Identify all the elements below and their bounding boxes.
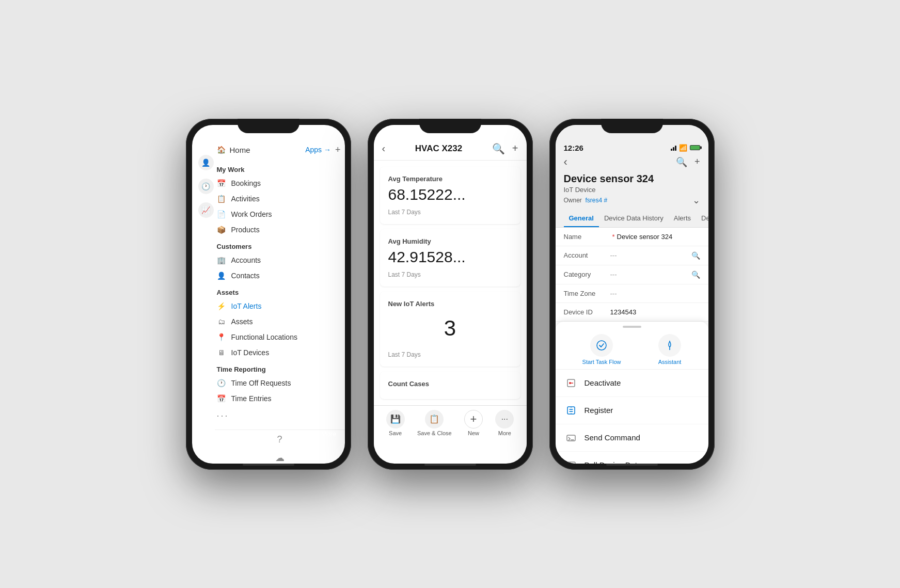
svg-point-1 bbox=[669, 349, 670, 350]
device-id-value[interactable]: 1234543 bbox=[610, 308, 700, 316]
assistant-button[interactable]: Assistant bbox=[658, 334, 682, 365]
nav-activities[interactable]: 📋 Activities bbox=[217, 191, 341, 206]
nav-work-orders[interactable]: 📄 Work Orders bbox=[217, 206, 341, 222]
more-button[interactable]: ··· More bbox=[495, 410, 514, 436]
assets-header: Assets bbox=[217, 283, 341, 298]
owner-link[interactable]: fsres4 # bbox=[586, 197, 608, 204]
bookings-label: Bookings bbox=[231, 179, 261, 187]
send-command-action[interactable]: Send Command bbox=[556, 424, 708, 452]
nav-time-off[interactable]: 🕐 Time Off Requests bbox=[217, 375, 341, 391]
nav-iot-devices[interactable]: 🖥 IoT Devices bbox=[217, 345, 341, 360]
phone-3: 12:26 📶 ‹ 🔍 + bbox=[549, 119, 715, 470]
accounts-icon: 🏢 bbox=[217, 256, 226, 264]
nav-bookings[interactable]: 📅 Bookings bbox=[217, 176, 341, 191]
task-flow-icon bbox=[590, 334, 613, 357]
field-category: Category --- 🔍 bbox=[556, 265, 708, 284]
chevron-down-icon[interactable]: ⌄ bbox=[692, 195, 700, 206]
save-close-label: Save & Close bbox=[417, 430, 452, 436]
nav-functional-locations[interactable]: 📍 Functional Locations bbox=[217, 329, 341, 345]
field-account: Account --- 🔍 bbox=[556, 246, 708, 265]
account-value[interactable]: --- bbox=[610, 251, 691, 259]
add-icon[interactable]: + bbox=[512, 142, 518, 155]
nav-products[interactable]: 📦 Products bbox=[217, 222, 341, 237]
help-icon[interactable]: ? bbox=[277, 434, 282, 445]
nav-contacts[interactable]: 👤 Contacts bbox=[217, 268, 341, 283]
device-tabs: General Device Data History Alerts Devic… bbox=[556, 210, 708, 228]
home-bar-2 bbox=[424, 464, 476, 466]
device-search-icon[interactable]: 🔍 bbox=[676, 156, 687, 168]
avatar-icon[interactable]: 👤 bbox=[198, 155, 214, 170]
save-button[interactable]: 💾 Save bbox=[386, 410, 405, 436]
phone-2: ‹ HVAC X232 🔍 + Avg Temperature 68.15222… bbox=[368, 119, 533, 470]
tab-alerts[interactable]: Alerts bbox=[669, 210, 696, 227]
cloud-icon[interactable]: ☁ bbox=[275, 452, 285, 464]
wifi-icon: 📶 bbox=[679, 144, 687, 152]
deactivate-action[interactable]: Deactivate bbox=[556, 370, 708, 397]
contacts-icon: 👤 bbox=[217, 272, 226, 280]
accounts-label: Accounts bbox=[231, 256, 261, 264]
account-search-icon[interactable]: 🔍 bbox=[691, 251, 700, 260]
timezone-value[interactable]: --- bbox=[610, 290, 700, 297]
quick-actions: Start Task Flow Assistant bbox=[556, 328, 708, 370]
register-action[interactable]: Register bbox=[556, 397, 708, 424]
bottom-action-bar: 💾 Save 📋 Save & Close + New ··· More bbox=[374, 405, 527, 447]
cards-area: Avg Temperature 68.15222... Last 7 Days … bbox=[374, 161, 527, 405]
add-button[interactable]: + bbox=[335, 145, 341, 155]
notch-1 bbox=[238, 119, 299, 133]
new-button[interactable]: + New bbox=[464, 410, 483, 436]
save-close-button[interactable]: 📋 Save & Close bbox=[417, 410, 452, 436]
pull-device-data-action[interactable]: Pull Device Data bbox=[556, 452, 708, 464]
deactivate-label: Deactivate bbox=[585, 378, 621, 387]
tab-device-r[interactable]: Device R bbox=[696, 210, 708, 227]
work-orders-icon: 📄 bbox=[217, 210, 226, 218]
nav-assets[interactable]: 🗂 Assets bbox=[217, 314, 341, 329]
status-icons: 📶 bbox=[671, 144, 700, 152]
contacts-label: Contacts bbox=[231, 272, 260, 280]
field-timezone: Time Zone --- bbox=[556, 284, 708, 303]
apps-link[interactable]: Apps → bbox=[305, 146, 331, 154]
products-icon: 📦 bbox=[217, 226, 226, 234]
avg-temp-title: Avg Temperature bbox=[388, 175, 512, 183]
category-value[interactable]: --- bbox=[610, 271, 691, 278]
name-label: Name bbox=[564, 233, 610, 241]
nav-iot-alerts[interactable]: ⚡ IoT Alerts bbox=[217, 298, 341, 314]
time-off-label: Time Off Requests bbox=[231, 379, 291, 387]
device-action-icons: 🔍 + bbox=[676, 156, 700, 168]
back-button[interactable]: ‹ bbox=[564, 155, 567, 169]
notch-3 bbox=[601, 119, 663, 133]
account-label: Account bbox=[564, 251, 610, 259]
back-icon[interactable]: ‹ bbox=[382, 142, 386, 154]
nav-accounts[interactable]: 🏢 Accounts bbox=[217, 252, 341, 268]
field-name: Name * Device sensor 324 bbox=[556, 228, 708, 246]
name-value[interactable]: Device sensor 324 bbox=[617, 233, 700, 241]
device-name: Device sensor 324 bbox=[564, 173, 700, 185]
more-label: More bbox=[321, 430, 337, 438]
functional-locations-icon: 📍 bbox=[217, 333, 226, 341]
save-icon: 💾 bbox=[386, 410, 405, 428]
nav-menu: 🏠 Home Apps → + My Work 📅 Bookings 📋 bbox=[215, 125, 345, 430]
deactivate-icon bbox=[564, 376, 578, 390]
more-ellipsis: ··· bbox=[217, 406, 341, 425]
search-icon[interactable]: 🔍 bbox=[492, 142, 505, 155]
signal-icon bbox=[671, 145, 676, 151]
new-iot-alerts-card: New IoT Alerts 3 Last 7 Days bbox=[380, 292, 520, 367]
avg-temperature-card: Avg Temperature 68.15222... Last 7 Days bbox=[380, 167, 520, 224]
timezone-label: Time Zone bbox=[564, 290, 610, 297]
chart-icon[interactable]: 📈 bbox=[198, 202, 214, 218]
tab-general[interactable]: General bbox=[564, 210, 599, 227]
more-label: More bbox=[498, 430, 511, 436]
category-label: Category bbox=[564, 271, 610, 278]
nav-time-entries[interactable]: 📅 Time Entries bbox=[217, 391, 341, 406]
tab-device-data-history[interactable]: Device Data History bbox=[599, 210, 669, 227]
functional-locations-label: Functional Locations bbox=[231, 333, 297, 341]
time-entries-label: Time Entries bbox=[231, 394, 272, 403]
home-row[interactable]: 🏠 Home Apps → + bbox=[217, 141, 341, 158]
bookings-icon: 📅 bbox=[217, 179, 226, 187]
time-entries-icon: 📅 bbox=[217, 394, 226, 403]
start-task-flow-button[interactable]: Start Task Flow bbox=[582, 334, 621, 365]
clock-icon[interactable]: 🕐 bbox=[198, 179, 214, 194]
home-label: Home bbox=[230, 146, 250, 154]
device-add-icon[interactable]: + bbox=[694, 156, 700, 168]
register-icon bbox=[564, 403, 578, 418]
category-search-icon[interactable]: 🔍 bbox=[691, 271, 700, 279]
